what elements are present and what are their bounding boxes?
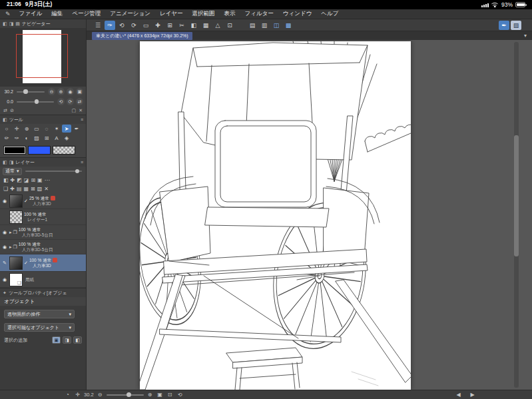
rotate-left-icon[interactable]: ⟲ [57, 98, 65, 105]
mask-add-icon[interactable]: ▧ [37, 186, 43, 192]
layer-opacity-slider[interactable] [25, 171, 82, 172]
new-layer-icon[interactable]: ❏ [3, 186, 8, 192]
document-canvas[interactable] [140, 41, 411, 390]
panel-dock-icon-2[interactable]: ◨ [9, 21, 14, 27]
draft-layer-icon[interactable]: ⊞ [31, 177, 35, 183]
actual-size-icon[interactable]: ▣ [76, 88, 83, 95]
new-vector-layer-icon[interactable]: ✚ [10, 186, 15, 192]
layer-row[interactable]: ◉ ▸ ❐ 100 % 通常 人力車3D-5台目 [0, 225, 86, 240]
rotate-right-icon[interactable]: ⟳ [67, 98, 74, 105]
menu-item-window[interactable]: ウィンドウ [278, 10, 317, 18]
menu-item-filter[interactable]: フィルター [240, 10, 278, 18]
layer-visibility-icon[interactable]: ◉ [1, 277, 8, 282]
add-effect-icon[interactable]: ✚ [11, 177, 15, 183]
selectable-object-dropdown[interactable]: 選択可能なオブジェクト ▾ [4, 323, 75, 332]
zoom-slider[interactable] [17, 91, 45, 93]
zoom-in-icon[interactable]: ⊕ [57, 88, 65, 95]
tool-pencil[interactable]: ✏ [2, 134, 11, 142]
layer-row-selected[interactable]: ✎ ✓ 100 % 通常 人力車3D [0, 254, 86, 272]
menu-item-help[interactable]: ヘルプ [316, 10, 343, 18]
snap-special-icon[interactable]: ▩ [283, 21, 294, 30]
selection-remove-icon[interactable]: ◧ [73, 336, 82, 344]
primary-color-swatch[interactable] [3, 146, 26, 155]
mask-icon[interactable]: ◧ [3, 177, 9, 183]
menu-item-page-manage[interactable]: ページ管理 [67, 10, 105, 18]
layer-visibility-icon[interactable]: ◉ [1, 199, 8, 204]
menu-item-selection[interactable]: 選択範囲 [188, 10, 220, 18]
tool-text[interactable]: A [52, 134, 61, 142]
lock-layer-icon[interactable]: ▣ [37, 177, 43, 183]
transparent-area-dropdown[interactable]: 透明箇所の操作 ▾ [4, 310, 75, 318]
panel-dock-icon[interactable]: ◧ [3, 160, 7, 165]
flip-horizontal-icon[interactable]: ⇄ [76, 98, 83, 105]
layer-row[interactable]: 100 % 通常 レイヤー1 [0, 209, 86, 225]
redo-icon[interactable]: ⟳ [129, 21, 139, 30]
undo-icon[interactable]: ⟲ [117, 21, 127, 30]
tool-magnifier[interactable]: ○ [2, 125, 11, 133]
actual-pixels-icon[interactable]: ⊡ [166, 392, 174, 398]
next-page-icon[interactable]: ▶ [469, 392, 476, 398]
zoom-in-icon[interactable]: ⊕ [146, 392, 154, 398]
hand-tool-icon[interactable]: ✛ [74, 392, 81, 398]
view-mode-icon[interactable]: ▤ [247, 21, 258, 30]
layer-row[interactable]: ◉ ❏ 用紙 [0, 272, 86, 288]
transparent-color-swatch[interactable] [53, 146, 75, 155]
panel-menu-icon[interactable]: ≡ [81, 160, 83, 165]
brush-mode-icon[interactable]: ✑ [105, 21, 115, 30]
panel-dock-icon-3[interactable]: ▤ [15, 21, 20, 27]
selection-add-icon[interactable]: ◨ [63, 336, 71, 344]
tool-auto-select[interactable]: ✶ [52, 125, 61, 133]
pencil-icon[interactable]: ✎ [5, 11, 11, 17]
delete-layer-icon[interactable]: ✕ [44, 186, 49, 192]
tool-object-operate[interactable]: ➤ [62, 125, 71, 133]
blend-mode-select[interactable]: 通常 ▾ [3, 168, 22, 175]
tool-select-rect[interactable]: ▭ [32, 125, 41, 133]
new-folder-icon[interactable]: ▤ [17, 186, 22, 192]
tool-hand[interactable]: ✛ [12, 125, 21, 133]
cut-icon[interactable]: ✂ [176, 21, 187, 30]
previous-page-icon[interactable]: ◀ [455, 392, 462, 398]
reset-rotation-icon[interactable]: ⟲ [176, 392, 184, 398]
tool-lasso[interactable]: ◌ [42, 125, 51, 133]
reference-layer-icon[interactable]: ◪ [24, 177, 29, 183]
layer-visibility-icon[interactable]: ◉ [1, 230, 8, 235]
panel-dock-icon[interactable]: ◧ [3, 117, 7, 123]
tool-decoration[interactable]: ▨ [32, 134, 41, 142]
snap-icon[interactable]: ⊡ [224, 21, 235, 30]
tool-pen[interactable]: ✒ [72, 125, 81, 133]
selection-new-icon[interactable]: ▣ [52, 336, 61, 344]
vertical-scrollbar-thumb[interactable] [514, 135, 519, 256]
document-tab[interactable]: 車夫との違い* (4476 x 6334px 72dpi 30.2%) [92, 32, 192, 40]
menu-item-edit[interactable]: 編集 [47, 10, 67, 18]
tab-list-chevron-icon[interactable]: ▾ [524, 33, 527, 39]
main-menu-icon[interactable]: ☰ [93, 21, 103, 30]
layer-row[interactable]: ◉ ✓ 25 % 通常 人力車3D [0, 193, 86, 209]
layer-row[interactable]: ◉ ▸ ❐ 100 % 通常 人力車3D-5台目 [0, 240, 86, 254]
screen-settings-icon[interactable]: ▨ [511, 21, 521, 30]
merge-down-icon[interactable]: ▦ [23, 186, 29, 192]
material-icon[interactable]: ▦ [200, 21, 211, 30]
frame-icon[interactable]: ▢ [72, 108, 77, 113]
ruler-icon[interactable]: △ [212, 21, 223, 30]
transfer-icon[interactable]: ⊠ [31, 186, 35, 192]
close-panel-icon[interactable]: ✕ [79, 108, 83, 113]
secondary-color-swatch[interactable] [28, 146, 51, 155]
crop-icon[interactable]: ⊞ [164, 21, 175, 30]
reset-view-icon[interactable]: ⊘ [10, 108, 14, 113]
clip-layer-icon[interactable]: ◩ [17, 177, 22, 183]
tool-move[interactable]: ⊕ [22, 125, 31, 133]
layer-check-icon[interactable]: ✓ [24, 199, 28, 204]
navigator-view-frame[interactable] [16, 34, 68, 78]
folder-expand-icon[interactable]: ▸ [9, 230, 12, 235]
panel-dock-icon[interactable]: ◧ [3, 21, 7, 27]
select-rect-icon[interactable]: ▭ [140, 21, 151, 30]
snap-ruler-icon[interactable]: ◫ [271, 21, 282, 30]
folder-expand-icon[interactable]: ▸ [9, 244, 12, 250]
tool-blend[interactable]: ◐ [22, 134, 31, 142]
fill-icon[interactable]: ◧ [188, 21, 199, 30]
pen-pressure-icon[interactable]: ✒ [499, 21, 509, 30]
menu-item-animation[interactable]: アニメーション [105, 10, 155, 18]
tool-brush[interactable]: ✑ [12, 134, 21, 142]
panel-menu-icon[interactable]: ≡ [81, 117, 83, 122]
canvas-viewport[interactable] [87, 40, 532, 390]
